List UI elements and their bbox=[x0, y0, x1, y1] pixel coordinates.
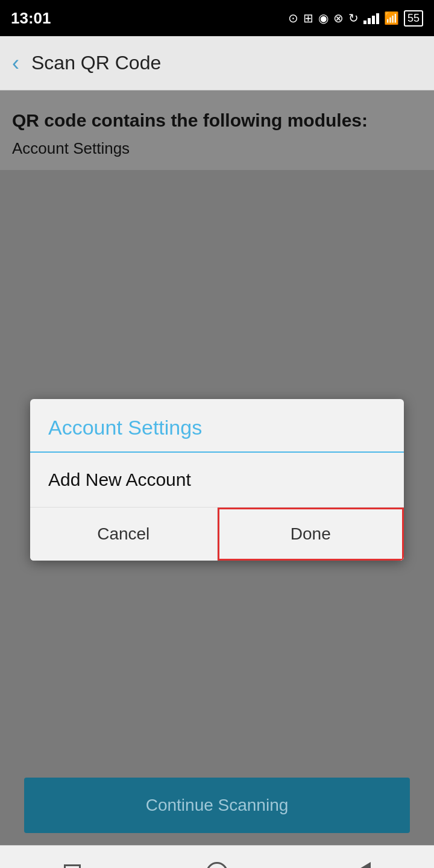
qr-module-account-settings: Account Settings bbox=[12, 139, 422, 158]
triangle-back-icon bbox=[353, 862, 371, 869]
home-button[interactable] bbox=[193, 849, 241, 869]
recent-apps-button[interactable] bbox=[48, 849, 96, 869]
bottom-nav-bar bbox=[0, 845, 434, 868]
continue-btn-area: Continue Scanning bbox=[0, 778, 434, 845]
battery-level: 55 bbox=[407, 12, 420, 24]
grid-icon: ⊞ bbox=[303, 11, 313, 25]
dialog-body: Add New Account bbox=[30, 453, 404, 508]
dialog-backdrop: Account Settings Add New Account Cancel … bbox=[0, 381, 434, 579]
battery-icon: 55 bbox=[404, 10, 423, 27]
back-nav-button[interactable] bbox=[338, 849, 386, 869]
signal-bars-icon bbox=[363, 12, 379, 24]
dialog: Account Settings Add New Account Cancel … bbox=[30, 399, 404, 561]
messenger-icon: ⊙ bbox=[288, 11, 298, 25]
qr-modules-heading: QR code contains the following modules: bbox=[12, 108, 422, 132]
status-time: 13:01 bbox=[11, 9, 51, 28]
status-icons: ⊙ ⊞ ◉ ⊗ ↻ 📶 55 bbox=[288, 10, 423, 27]
dialog-header: Account Settings bbox=[30, 399, 404, 453]
dialog-body-text: Add New Account bbox=[48, 470, 386, 490]
circle-icon bbox=[206, 862, 228, 869]
nav-bar: ‹ Scan QR Code bbox=[0, 36, 434, 90]
dialog-title: Account Settings bbox=[48, 416, 386, 439]
continue-scanning-button[interactable]: Continue Scanning bbox=[24, 778, 410, 833]
dialog-buttons: Cancel Done bbox=[30, 508, 404, 561]
vpn-icon: ◉ bbox=[318, 11, 329, 25]
wifi-icon: 📶 bbox=[384, 11, 399, 25]
main-content: QR code contains the following modules: … bbox=[0, 90, 434, 170]
overlay-area bbox=[0, 170, 434, 381]
lower-area bbox=[0, 579, 434, 778]
done-button[interactable]: Done bbox=[218, 508, 404, 561]
cancel-button[interactable]: Cancel bbox=[30, 508, 218, 561]
back-button[interactable]: ‹ bbox=[12, 51, 19, 76]
blocked-icon: ⊗ bbox=[333, 11, 344, 25]
status-bar: 13:01 ⊙ ⊞ ◉ ⊗ ↻ 📶 55 bbox=[0, 0, 434, 36]
page-title: Scan QR Code bbox=[31, 52, 161, 74]
sync-icon: ↻ bbox=[348, 11, 359, 25]
square-icon bbox=[64, 864, 81, 869]
